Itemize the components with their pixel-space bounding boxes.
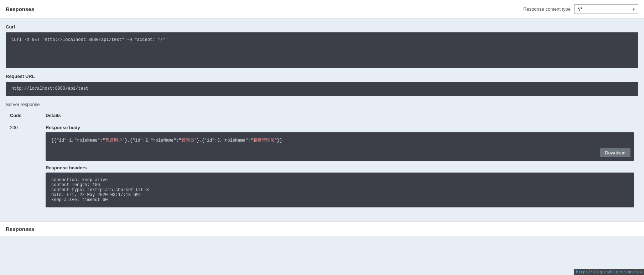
table-row: 200 Response body [{"id":1,"roleName":"普… (6, 121, 638, 211)
main-container: Responses Response content type */* appl… (0, 0, 644, 275)
content-area: Curl curl -X GET "http://localhost:8080/… (0, 18, 644, 218)
responses-header-section: Responses Response content type */* appl… (0, 0, 644, 18)
response-body-block: [{"id":1,"roleName":"普通用户"},{"id":2,"rol… (46, 132, 634, 161)
response-code: 200 (6, 121, 41, 211)
chinese-2: 管理员 (181, 138, 194, 143)
request-url-label: Request URL (6, 74, 638, 79)
request-url-section: Request URL http://localhost:8080/api/te… (6, 74, 638, 96)
bottom-responses-title: Responses (6, 226, 34, 232)
chinese-1: 普通用户 (105, 138, 122, 143)
response-content-type-select-wrapper[interactable]: */* application/json text/plain text/htm… (574, 4, 638, 14)
response-content-type-select[interactable]: */* application/json text/plain text/htm… (574, 4, 638, 14)
request-url-value: http://localhost:8080/api/test (6, 82, 638, 96)
response-table: Code Details 200 Response body [{"id":1,… (6, 110, 638, 211)
details-cell: Response body [{"id":1,"roleName":"普通用户"… (41, 121, 638, 211)
bottom-responses-section: Responses (0, 221, 644, 236)
col-code-header: Code (6, 110, 41, 121)
col-details-header: Details (41, 110, 638, 121)
response-content-type-label: Response content type (523, 6, 571, 12)
curl-section: Curl curl -X GET "http://localhost:8080/… (6, 24, 638, 68)
response-body-label: Response body (46, 125, 634, 130)
response-headers-label: Response headers (46, 165, 634, 170)
responses-title: Responses (6, 6, 34, 12)
chinese-3: 超级管理员 (253, 138, 275, 143)
response-content-type-container: Response content type */* application/js… (523, 4, 638, 14)
server-response-section: Server response Code Details 200 Respons… (6, 102, 638, 211)
download-button[interactable]: Download (600, 148, 630, 157)
curl-label: Curl (6, 24, 638, 30)
footer-url: http://blog.csdn.net/2net109 (574, 269, 644, 275)
response-body-text: [{"id":1,"roleName":"普通用户"},{"id":2,"rol… (51, 138, 282, 143)
response-headers-block: connection: keep-alive content-length: 1… (46, 173, 634, 207)
curl-code-block: curl -X GET "http://localhost:8080/api/t… (6, 32, 638, 68)
server-response-label: Server response (6, 102, 638, 107)
